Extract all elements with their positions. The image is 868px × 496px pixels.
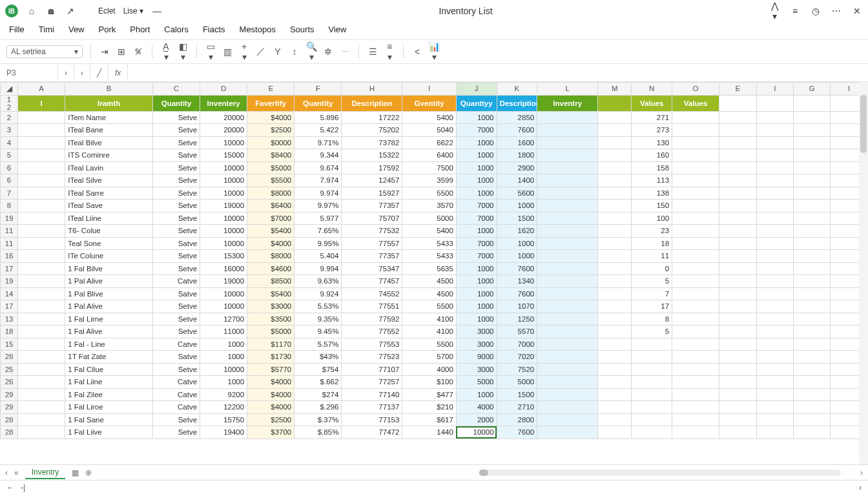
cell[interactable]: 12200	[200, 401, 247, 414]
cell[interactable]: $6400	[247, 200, 294, 212]
cell[interactable]: 5000	[456, 376, 497, 389]
cell[interactable]	[719, 426, 756, 439]
cell[interactable]: 5.404	[294, 250, 342, 263]
cell[interactable]: 5700	[402, 351, 457, 364]
cell[interactable]: 5500	[402, 300, 457, 313]
cell[interactable]	[672, 262, 719, 275]
row-header[interactable]: 19	[1, 275, 18, 288]
cell[interactable]: ITeal Liine	[65, 212, 153, 225]
cell[interactable]	[18, 161, 65, 174]
col-header[interactable]: J	[456, 83, 497, 96]
app-icon[interactable]: IB	[5, 5, 18, 17]
cell[interactable]: 3570	[402, 200, 457, 212]
col-header[interactable]: M	[598, 83, 632, 96]
cell[interactable]	[719, 388, 756, 401]
cell[interactable]: 1000	[456, 287, 497, 300]
cell[interactable]	[18, 237, 65, 250]
cell[interactable]: 77532	[342, 225, 402, 238]
cell[interactable]	[598, 237, 632, 250]
freeze-icon[interactable]: <	[411, 46, 423, 57]
cell[interactable]	[598, 376, 632, 389]
cell[interactable]: $754	[294, 363, 342, 376]
cell[interactable]: 1000	[456, 161, 497, 174]
cell[interactable]: 7600	[497, 124, 537, 137]
cell[interactable]	[598, 250, 632, 263]
col-header[interactable]: N	[632, 83, 672, 96]
columns-icon[interactable]: ▥	[222, 46, 233, 57]
cell[interactable]: 5	[632, 275, 672, 288]
edit-icon[interactable]: ／	[255, 46, 267, 57]
cell[interactable]	[719, 401, 756, 414]
cell[interactable]	[794, 149, 831, 162]
cell[interactable]: 77472	[342, 426, 402, 439]
cell[interactable]	[794, 187, 831, 200]
cell[interactable]	[18, 200, 65, 212]
cell[interactable]: 1600	[497, 136, 537, 149]
cell[interactable]	[672, 187, 719, 200]
cell[interactable]: $4000	[247, 388, 294, 401]
ribbon-caret-icon[interactable]: ⋀ ▾	[769, 1, 780, 21]
cell[interactable]	[719, 351, 756, 364]
cell[interactable]: 73782	[342, 136, 402, 149]
cell[interactable]: $4000	[247, 376, 294, 389]
cell[interactable]: 10000	[200, 287, 247, 300]
cell[interactable]	[794, 300, 831, 313]
cell[interactable]	[537, 413, 598, 426]
cell[interactable]	[794, 262, 831, 275]
cell[interactable]	[672, 287, 719, 300]
cell[interactable]: 1000	[456, 300, 497, 313]
col-header[interactable]: E	[247, 83, 294, 96]
cell[interactable]	[18, 287, 65, 300]
cell[interactable]	[18, 187, 65, 200]
cell[interactable]: 15000	[200, 149, 247, 162]
cell[interactable]	[537, 300, 598, 313]
cell[interactable]: ITeal Sarre	[65, 187, 153, 200]
cell[interactable]: 7000	[456, 237, 497, 250]
cell[interactable]	[18, 250, 65, 263]
cell[interactable]: Setve	[152, 413, 200, 426]
cell[interactable]: $2500	[247, 124, 294, 137]
cell[interactable]: 1T Fat Zate	[65, 351, 153, 364]
cell[interactable]	[794, 136, 831, 149]
cell[interactable]	[756, 287, 793, 300]
cell[interactable]: 7000	[497, 338, 537, 351]
cell[interactable]: 1 Pal Blive	[65, 287, 153, 300]
back-icon[interactable]: ←	[6, 483, 14, 492]
cell[interactable]	[18, 212, 65, 225]
cell[interactable]: 12457	[342, 174, 402, 187]
row-header[interactable]: 14	[1, 287, 18, 300]
cell[interactable]	[756, 136, 793, 149]
col-header[interactable]: G	[794, 83, 831, 96]
cell[interactable]: 4100	[402, 326, 457, 338]
row-header[interactable]: 29	[1, 401, 18, 414]
cell[interactable]	[598, 326, 632, 338]
cell[interactable]: 19400	[200, 426, 247, 439]
sheet-prev-icon[interactable]: ‹	[5, 468, 8, 477]
cell[interactable]: 10000	[200, 225, 247, 238]
cell[interactable]	[719, 363, 756, 376]
cell[interactable]: 1250	[497, 313, 537, 326]
row-header[interactable]: 6	[1, 174, 18, 187]
menu-phort[interactable]: Phort	[130, 25, 150, 34]
cell[interactable]: 77137	[342, 401, 402, 414]
cell[interactable]: 9.974	[294, 187, 342, 200]
cell[interactable]	[537, 124, 598, 137]
cell[interactable]	[598, 200, 632, 212]
cell[interactable]: Setve	[152, 426, 200, 439]
cell[interactable]	[598, 351, 632, 364]
overflow-icon[interactable]: ⋯	[339, 48, 351, 56]
cell[interactable]: 1 Fal Liroe	[65, 401, 153, 414]
cell[interactable]	[18, 313, 65, 326]
cell[interactable]: 0	[632, 262, 672, 275]
cell[interactable]	[537, 262, 598, 275]
cell[interactable]: 130	[632, 136, 672, 149]
cell[interactable]	[794, 124, 831, 137]
cell[interactable]	[632, 376, 672, 389]
cell[interactable]: 1 Fal Bilve	[65, 262, 153, 275]
cell[interactable]: 10000	[200, 237, 247, 250]
cell[interactable]	[756, 174, 793, 187]
cell[interactable]	[756, 351, 793, 364]
cell[interactable]	[18, 376, 65, 389]
cell[interactable]: 4500	[402, 275, 457, 288]
cell[interactable]	[719, 287, 756, 300]
